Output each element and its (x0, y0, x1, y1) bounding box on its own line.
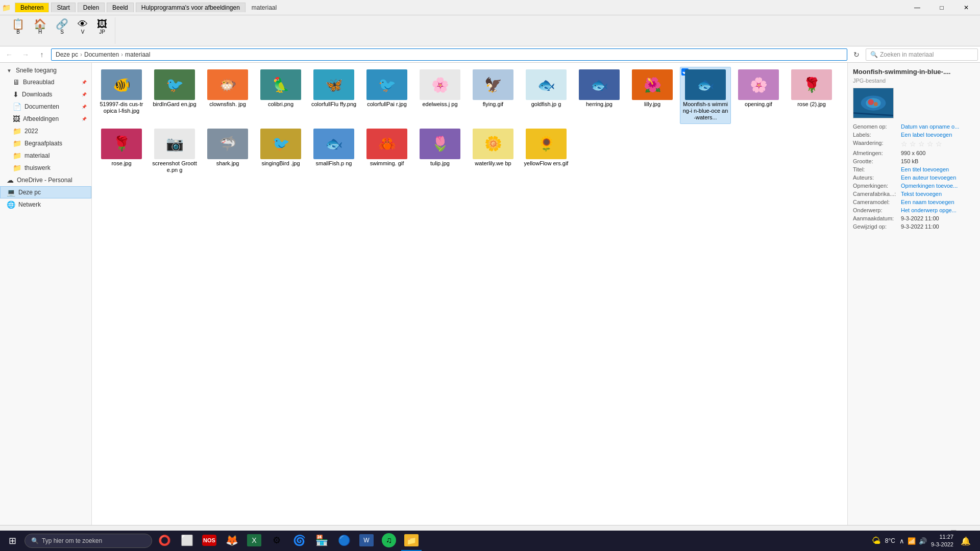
search-box[interactable]: 🔍 Zoeken in materiaal (866, 48, 978, 61)
sidebar-item-afbeeldingen[interactable]: 🖼 Afbeeldingen 📌 (0, 113, 91, 125)
tray-chevron[interactable]: ∧ (899, 537, 904, 545)
sidebar-item-deze-pc[interactable]: 💻 Deze pc (0, 186, 91, 198)
file-item[interactable]: 📷screenshot Grootte.pn g (149, 126, 200, 176)
file-item[interactable]: 🦀swimming. gif (361, 126, 412, 176)
file-item[interactable]: 🌹rose.jpg (96, 126, 147, 176)
sidebar-item-materiaal[interactable]: 📁 materiaal (0, 149, 91, 162)
sidebar-item-documenten[interactable]: 📄 Documenten 📌 (0, 101, 91, 113)
sidebar-item-bureaublad[interactable]: 🖥 Bureaublad 📌 (0, 76, 91, 88)
system-tray: ∧ 📶 🔊 (899, 537, 927, 545)
details-field-label: Cameramodel: (853, 199, 899, 205)
ribbon-tab-start[interactable]: Start (51, 3, 75, 12)
details-field-value[interactable]: Het onderwerp opge... (901, 207, 957, 213)
details-field-value[interactable]: Een naam toevoegen (901, 199, 954, 205)
details-field-value[interactable]: Een label toevoegen (901, 132, 952, 138)
address-materiaal[interactable]: materiaal (125, 51, 150, 58)
refresh-button[interactable]: ↻ (849, 47, 864, 62)
title-bar-left: 📁 Beheren Start Delen Beeld Hulpprogramm… (2, 3, 905, 12)
file-thumb-placeholder: 🐡 (207, 69, 248, 100)
file-item[interactable]: 🌼waterlily.we bp (468, 126, 519, 176)
notification-button[interactable]: 🔔 (958, 533, 974, 549)
sidebar-item-onedrive[interactable]: ☁ OneDrive - Personal (0, 174, 91, 186)
details-field-value[interactable]: Opmerkingen toevoe... (901, 183, 958, 189)
address-documenten[interactable]: Documenten (84, 51, 119, 58)
taskbar-nos[interactable]: NOS (199, 531, 219, 551)
sidebar-item-downloads[interactable]: ⬇ Downloads 📌 (0, 88, 91, 101)
file-item[interactable]: 🌻yellowFlow ers.gif (521, 126, 572, 176)
taskbar-firefox[interactable]: 🦊 (222, 531, 242, 551)
pin-icon-documenten: 📌 (82, 105, 87, 109)
taskbar-time[interactable]: 11:27 9-3-2022 (931, 533, 953, 549)
minimize-button[interactable]: — (905, 0, 929, 15)
sidebar-label-2022: 2022 (24, 128, 38, 135)
file-item[interactable]: 🐟smallFish.p ng (308, 126, 359, 176)
ribbon-btn-s[interactable]: 🔗 S (52, 17, 72, 36)
taskbar-task-view[interactable]: ⬜ (177, 531, 197, 551)
ribbon-btn-jp[interactable]: 🖼 JP (93, 17, 111, 36)
file-item[interactable]: 🌷tulip.jpg (414, 126, 465, 176)
details-row: Auteurs:Een auteur toevoegen (853, 174, 975, 181)
ribbon-btn-v[interactable]: 👁 V (74, 17, 91, 36)
taskbar-spotify[interactable]: ♫ (379, 531, 399, 551)
file-name-label: herring.jpg (586, 101, 612, 108)
spotify-icon: ♫ (382, 533, 396, 547)
back-button[interactable]: ← (2, 47, 16, 62)
file-item[interactable]: 🦅flying.gif (468, 67, 519, 124)
file-item[interactable]: 🦜colibri.png (255, 67, 306, 124)
details-field-value[interactable]: Een auteur toevoegen (901, 174, 956, 181)
file-item[interactable]: 🐦colorfullPai r.jpg (361, 67, 412, 124)
file-item[interactable]: 🐟herring.jpg (574, 67, 625, 124)
sidebar-item-quick-access[interactable]: ▼ Snelle toegang (0, 65, 91, 76)
sidebar-item-begraafplaats[interactable]: 📁 Begraafplaats (0, 137, 91, 149)
start-button[interactable]: ⊞ (2, 531, 22, 551)
taskbar-word[interactable]: W (356, 531, 377, 551)
taskbar-settings[interactable]: ⚙ (266, 531, 287, 551)
taskbar-chrome[interactable]: 🔵 (334, 531, 354, 551)
ribbon-btn-h-label: H (38, 29, 42, 35)
taskbar-edge[interactable]: 🌀 (289, 531, 309, 551)
details-field-value[interactable]: ☆ ☆ ☆ ☆ ☆ (901, 140, 942, 148)
file-item[interactable]: 🐦singingBird .jpg (255, 126, 306, 176)
close-button[interactable]: ✕ (954, 0, 978, 15)
sidebar-label-onedrive: OneDrive - Personal (17, 177, 72, 184)
ribbon-tab-beeld[interactable]: Beeld (107, 3, 134, 12)
file-item[interactable]: 🌸edelweiss.j pg (414, 67, 465, 124)
forward-button[interactable]: → (18, 47, 33, 62)
file-item[interactable]: 🐟Moonfish-s wimming-i n-blue-oce an-wate… (680, 67, 731, 124)
file-item[interactable]: 🐟goldfish.jp g (521, 67, 572, 124)
taskbar-excel[interactable]: X (244, 531, 264, 551)
address-pc[interactable]: Deze pc (56, 51, 78, 58)
up-button[interactable]: ↑ (35, 47, 49, 62)
file-item[interactable]: 🌸opening.gif (733, 67, 784, 124)
file-name-label: screenshot Grootte.pn g (152, 160, 198, 173)
chrome-icon: 🔵 (338, 534, 351, 546)
taskbar-store[interactable]: 🏪 (311, 531, 332, 551)
details-field-value[interactable]: Datum van opname o... (901, 123, 959, 130)
file-item[interactable]: 🐦birdInGard en.jpg (149, 67, 200, 124)
maximize-button[interactable]: □ (930, 0, 953, 15)
details-field-value[interactable]: Tekst toevoegen (901, 191, 942, 197)
sidebar-item-thuiswerk[interactable]: 📁 thuiswerk (0, 162, 91, 174)
ribbon-btn-h[interactable]: 🏠 H (30, 17, 50, 36)
ribbon-tab-hulp[interactable]: Hulpprogramma's voor afbeeldingen (136, 3, 246, 12)
taskbar-files[interactable]: 📁 (401, 531, 422, 551)
file-thumb-placeholder: 🐟 (313, 129, 354, 159)
ribbon-btn-jp-label: JP (99, 29, 105, 35)
ribbon-btn-b[interactable]: 📋 B (8, 17, 28, 36)
details-field-value[interactable]: Een titel toevoegen (901, 166, 949, 172)
file-name-label: colorfullPai r.jpg (367, 101, 407, 108)
sidebar-item-netwerk[interactable]: 🌐 Netwerk (0, 198, 91, 211)
sidebar-item-2022[interactable]: 📁 2022 (0, 125, 91, 137)
bureaublad-icon: 🖥 (13, 78, 20, 86)
ribbon-tab-delen[interactable]: Delen (78, 3, 105, 12)
taskbar-cortana[interactable]: ⭕ (154, 531, 175, 551)
file-thumb-placeholder: 🦈 (207, 129, 248, 159)
file-item[interactable]: 🌹rose (2).jpg (786, 67, 837, 124)
file-item[interactable]: 🐠519997-dis cus-tropica l-fish.jpg (96, 67, 147, 124)
taskbar-search[interactable]: 🔍 Typ hier om te zoeken (24, 534, 152, 548)
ribbon-tab-beheren[interactable]: Beheren (15, 3, 49, 12)
file-item[interactable]: 🦋colorfullFlu ffy.png (308, 67, 359, 124)
file-item[interactable]: 🌺lilly.jpg (627, 67, 678, 124)
file-item[interactable]: 🐡clownsfish. jpg (202, 67, 253, 124)
file-item[interactable]: 🦈shark.jpg (202, 126, 253, 176)
